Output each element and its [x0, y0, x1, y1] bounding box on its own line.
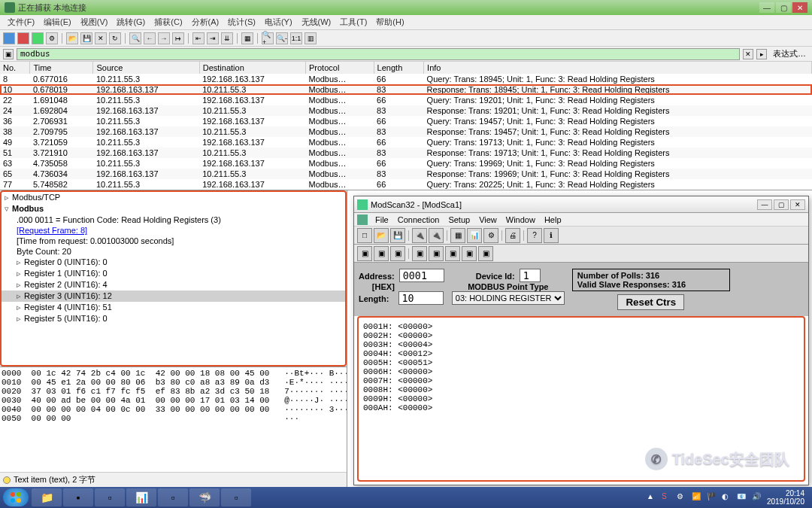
new-icon[interactable]: □ [357, 228, 372, 243]
maximize-button[interactable]: ▢ [776, 2, 791, 13]
packet-row[interactable]: 513.721910192.168.163.13710.211.55.3Modb… [0, 148, 812, 158]
task-explorer[interactable]: 📁 [32, 488, 62, 506]
filter-input[interactable] [17, 48, 740, 60]
tree-reg4[interactable]: ▹Register 4 (UINT16): 51 [2, 302, 345, 313]
minimize-button[interactable]: — [759, 2, 774, 13]
data-format-icon[interactable]: ▣ [390, 246, 405, 261]
menu-edit[interactable]: 编辑(E) [39, 17, 76, 28]
menu-file[interactable]: 文件(F) [3, 17, 39, 28]
packet-row[interactable]: 221.69104810.211.55.3192.168.163.137Modb… [0, 95, 812, 105]
about-icon[interactable]: ℹ [544, 228, 559, 243]
tray-flag-icon[interactable]: 🏴 [707, 492, 717, 503]
packet-row[interactable]: 654.736034192.168.163.13710.211.55.3Modb… [0, 169, 812, 179]
menu-view[interactable]: 视图(V) [76, 17, 113, 28]
help-icon[interactable]: ? [527, 228, 542, 243]
tree-request-frame[interactable]: [Request Frame: 8] [2, 225, 345, 236]
reload-icon[interactable]: ↻ [109, 32, 121, 44]
col-length[interactable]: Length [374, 62, 424, 74]
find-icon[interactable]: 🔍 [129, 32, 141, 44]
start-button[interactable] [3, 488, 29, 506]
modscan-titlebar[interactable]: ModScan32 - [ModSca1] — ▢ ✕ [354, 196, 808, 213]
menu-setup[interactable]: Setup [444, 215, 474, 224]
tray-icon[interactable]: 📧 [737, 492, 747, 503]
restart-capture-icon[interactable] [32, 32, 44, 44]
clock[interactable]: 20:14 2019/10/20 [767, 489, 804, 506]
col-info[interactable]: Info [424, 62, 812, 74]
col-proto[interactable]: Protocol [305, 62, 374, 74]
autoscroll-icon[interactable]: ⇊ [221, 32, 233, 44]
connect-icon[interactable]: 🔌 [412, 228, 427, 243]
open-icon[interactable]: 📂 [66, 32, 78, 44]
close-button[interactable]: ✕ [790, 199, 805, 210]
tray-icon[interactable]: ◐ [722, 492, 732, 503]
reset-counters-button[interactable]: Reset Ctrs [617, 294, 684, 310]
stop-capture-icon[interactable] [17, 32, 29, 44]
task-modscan[interactable]: 📊 [126, 488, 156, 506]
col-time[interactable]: Time [30, 62, 93, 74]
tray-volume-icon[interactable]: 🔊 [752, 492, 762, 503]
data-format-icon[interactable]: ▣ [445, 246, 460, 261]
tray-icon[interactable]: ⚙ [677, 492, 687, 503]
tree-func[interactable]: .000 0011 = Function Code: Read Holding … [2, 214, 345, 225]
prev-icon[interactable]: ← [144, 32, 156, 44]
menu-window[interactable]: Window [501, 215, 540, 224]
menu-go[interactable]: 跳转(G) [112, 17, 150, 28]
wireshark-titlebar[interactable]: 正在捕获 本地连接 — ▢ ✕ [0, 0, 812, 15]
length-input[interactable] [398, 291, 444, 305]
task-wireshark[interactable]: 🦈 [189, 488, 220, 506]
save-icon[interactable]: 💾 [390, 228, 405, 243]
tree-reg5[interactable]: ▹Register 5 (UINT16): 0 [2, 313, 345, 324]
packet-row[interactable]: 362.70693110.211.55.3192.168.163.137Modb… [0, 116, 812, 126]
data-format-icon[interactable]: ▣ [429, 246, 444, 261]
device-id-input[interactable] [520, 269, 541, 282]
task-cmd[interactable]: ▪ [63, 488, 93, 506]
data-format-icon[interactable]: ▣ [478, 246, 493, 261]
data-format-icon[interactable]: ▣ [462, 246, 477, 261]
data-format-icon[interactable]: ▣ [412, 246, 427, 261]
menu-view[interactable]: View [474, 215, 501, 224]
tree-time-from-request[interactable]: [Time from request: 0.001003000 seconds] [2, 236, 345, 246]
menu-file[interactable]: File [371, 215, 393, 224]
bookmark-icon[interactable]: ▣ [3, 49, 14, 59]
close-button[interactable]: ✕ [792, 2, 807, 13]
address-input[interactable] [399, 269, 444, 282]
colorize-icon[interactable]: ▦ [241, 32, 253, 44]
disconnect-icon[interactable]: 🔌 [429, 228, 444, 243]
zoom-reset-icon[interactable]: 1:1 [290, 32, 302, 44]
menu-tools[interactable]: 工具(T) [335, 17, 371, 28]
last-icon[interactable]: ⇥ [207, 32, 219, 44]
resize-cols-icon[interactable]: ▥ [304, 32, 317, 44]
menu-wireless[interactable]: 无线(W) [297, 17, 336, 28]
zoom-in-icon[interactable]: 🔍+ [262, 32, 274, 44]
col-no[interactable]: No. [0, 62, 30, 74]
tree-reg2[interactable]: ▹Register 2 (UINT16): 4 [2, 279, 345, 291]
format-icon[interactable]: ▦ [450, 228, 465, 243]
tray-icon[interactable]: S [662, 492, 672, 503]
packet-row[interactable]: 775.74858210.211.55.3192.168.163.137Modb… [0, 179, 812, 190]
apply-filter-icon[interactable]: ▸ [756, 49, 767, 59]
options-icon[interactable]: ⚙ [46, 32, 58, 44]
menu-statistics[interactable]: 统计(S) [223, 17, 260, 28]
task-app3[interactable]: ▫ [221, 488, 251, 506]
packet-row[interactable]: 100.678019192.168.163.13710.211.55.3Modb… [0, 84, 812, 95]
menu-help[interactable]: Help [540, 215, 566, 224]
col-source[interactable]: Source [93, 62, 199, 74]
menu-capture[interactable]: 捕获(C) [150, 17, 186, 28]
clear-filter-icon[interactable]: ✕ [743, 49, 753, 59]
tree-modbus[interactable]: ▿Modbus [2, 203, 345, 214]
chart-icon[interactable]: 📊 [467, 228, 482, 243]
task-app[interactable]: ▫ [95, 488, 125, 506]
open-icon[interactable]: 📂 [374, 228, 389, 243]
point-type-select[interactable]: 03: HOLDING REGISTER [452, 291, 565, 305]
menu-help[interactable]: 帮助(H) [371, 17, 408, 28]
tree-byte-count[interactable]: Byte Count: 20 [2, 246, 345, 257]
packet-row[interactable]: 80.67701610.211.55.3192.168.163.137Modbu… [0, 74, 812, 84]
next-icon[interactable]: → [158, 32, 170, 44]
tree-modbus-tcp[interactable]: ▹Modbus/TCP [2, 192, 345, 203]
tree-reg0[interactable]: ▹Register 0 (UINT16): 0 [2, 257, 345, 268]
packet-row[interactable]: 382.709795192.168.163.13710.211.55.3Modb… [0, 126, 812, 137]
maximize-button[interactable]: ▢ [774, 199, 789, 210]
expression-button[interactable]: 表达式… [770, 48, 809, 59]
first-icon[interactable]: ⇤ [192, 32, 205, 44]
print-icon[interactable]: 🖨 [505, 228, 520, 243]
